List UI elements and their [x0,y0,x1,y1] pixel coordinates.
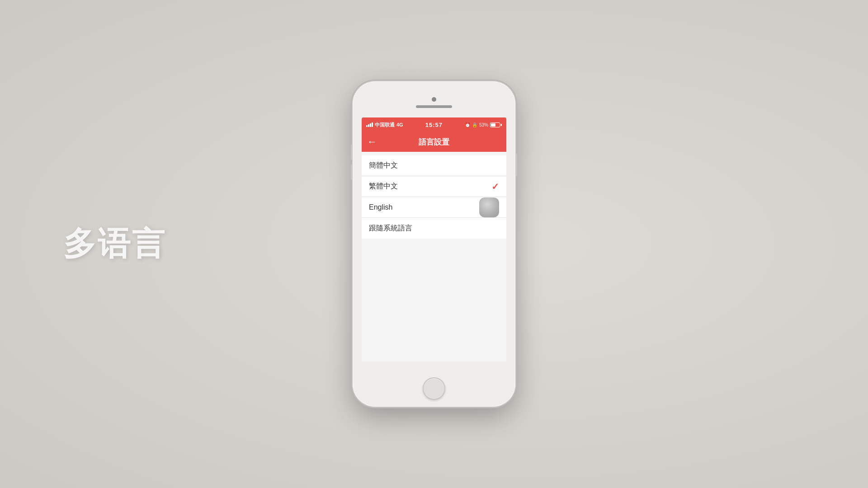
list-item-english[interactable]: English [362,197,506,218]
nav-bar: ← 語言設置 [362,132,506,152]
carrier-label: 中国联通 [375,122,395,128]
language-list-section: 簡體中文 繁體中文 ✓ English 跟隨系統語言 [362,155,506,239]
language-list-content: 簡體中文 繁體中文 ✓ English 跟隨系統語言 [362,152,506,361]
siri-orb [479,197,499,217]
follow-system-label: 跟隨系統語言 [369,224,412,233]
side-label: 多语言 [63,222,166,266]
volume-down-button[interactable] [351,164,353,180]
lock-icon: 🔒 [472,122,477,127]
volume-up-button[interactable] [351,145,353,160]
english-label: English [369,203,392,211]
front-camera [432,97,436,102]
time-display: 15:57 [425,122,443,128]
battery-body [490,122,500,127]
speaker [416,105,452,108]
list-item-simplified-chinese[interactable]: 簡體中文 [362,155,506,176]
status-left: 中国联通 4G [366,122,403,128]
signal-bar-3 [370,123,371,127]
signal-bar-4 [372,122,373,127]
status-bar: 中国联通 4G 15:57 ⏰ 🔒 53% [362,117,506,132]
home-button[interactable] [423,377,445,400]
checkmark-icon: ✓ [491,181,499,192]
list-item-traditional-chinese[interactable]: 繁體中文 ✓ [362,176,506,197]
battery-icon [490,122,502,127]
status-right: ⏰ 🔒 53% [465,122,502,127]
simplified-chinese-label: 簡體中文 [369,161,398,170]
alarm-icon: ⏰ [465,122,470,127]
network-label: 4G [396,122,403,127]
phone-screen: 中国联通 4G 15:57 ⏰ 🔒 53% ← 語言設置 [362,117,506,361]
phone-top [353,81,515,117]
battery-tip [500,124,502,126]
signal-bar-1 [366,125,368,127]
traditional-chinese-label: 繁體中文 [369,182,398,191]
power-button[interactable] [515,154,517,176]
signal-bars [366,122,373,127]
phone-bottom [353,371,515,407]
phone-shell: 中国联通 4G 15:57 ⏰ 🔒 53% ← 語言設置 [353,81,515,407]
list-item-follow-system[interactable]: 跟隨系統語言 [362,218,506,239]
battery-fill [491,123,495,127]
nav-title: 語言設置 [419,137,449,147]
signal-bar-2 [368,124,369,127]
back-button[interactable]: ← [367,137,377,147]
battery-percent: 53% [479,122,488,127]
